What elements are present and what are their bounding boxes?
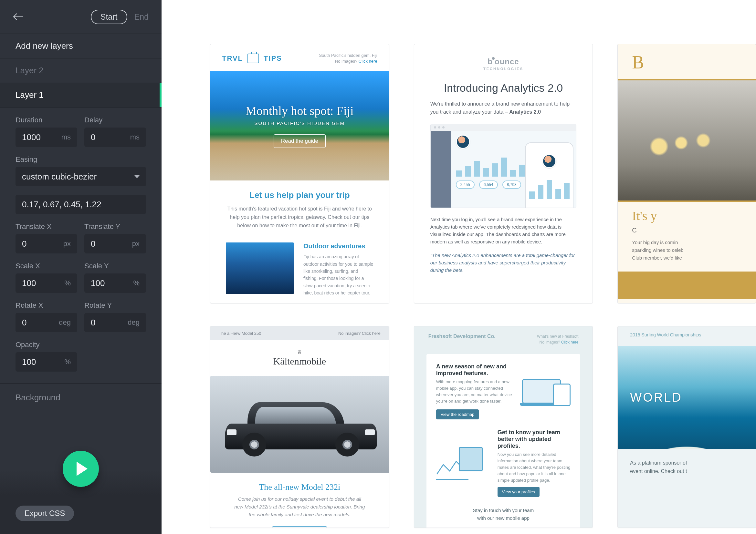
tab-end[interactable]: End — [134, 12, 148, 22]
header-meta: What's new at Freshsoft No images? Click… — [537, 334, 578, 345]
delay-input[interactable]: 0 ms — [84, 128, 146, 147]
features-panel: A new season of new and improved feature… — [426, 354, 580, 528]
header-meta: South Pacific's hidden gem, Fiji No imag… — [319, 53, 377, 64]
freshsoft-brand: Freshsoft Development Co. — [428, 334, 496, 345]
register-button[interactable]: REGISTER NOW — [272, 526, 327, 528]
scaley-label: Scale Y — [84, 262, 146, 270]
unit-ms: ms — [130, 133, 140, 141]
easing-select[interactable]: custom cubic-bezier — [15, 167, 146, 186]
section-heading: Let us help plan your trip — [226, 190, 373, 200]
body-paragraph: As a platinum sponsor of event online. C… — [618, 449, 756, 475]
canvas[interactable]: TRVL TIPS South Pacific's hidden gem, Fi… — [162, 0, 756, 534]
meta-line1: South Pacific's hidden gem, Fiji — [319, 53, 377, 59]
scaley-input[interactable]: 100 % — [84, 273, 146, 293]
export-css-button[interactable]: Export CSS — [15, 506, 74, 521]
kaltenmobile-logo: ♕ Kältenmobile — [210, 349, 389, 367]
template-row-2: The all-new Model 250 No images? Click h… — [210, 326, 756, 528]
keyframe-tabs: Start End — [91, 10, 148, 24]
opacity-input[interactable]: 100 % — [15, 352, 77, 371]
bar-right-link[interactable]: No images? Click here — [338, 331, 381, 336]
hero-cta-button[interactable]: Read the guide — [274, 134, 326, 148]
feature-paragraph: With more mapping features and a new mob… — [436, 379, 513, 405]
unit-px: px — [132, 240, 140, 248]
translatey-value[interactable]: 0 — [91, 239, 132, 249]
opacity-value[interactable]: 100 — [22, 357, 64, 367]
svg-rect-0 — [436, 479, 469, 480]
rotatex-value[interactable]: 0 — [22, 318, 59, 328]
scalex-value[interactable]: 100 — [22, 278, 64, 288]
feature-paragraph: Fiji has an amazing array of outdoor act… — [303, 253, 373, 296]
stat-pill: 6,554 — [479, 181, 498, 189]
template-row-1: TRVL TIPS South Pacific's hidden gem, Fi… — [210, 44, 756, 303]
chevron-down-icon — [134, 175, 140, 178]
unit-pct: % — [133, 279, 140, 287]
profiles-button[interactable]: View your profiles — [498, 487, 540, 497]
delay-value[interactable]: 0 — [91, 132, 130, 142]
translatey-label: Translate Y — [84, 222, 146, 231]
body-paragraph: Next time you log in, you'll see a brand… — [430, 216, 577, 246]
dashboard-mock: 2,455 6,554 8,798 — [430, 124, 577, 208]
suitcase-icon — [248, 54, 259, 63]
rotatey-label: Rotate Y — [84, 301, 146, 310]
layer-item-1[interactable]: Layer 1 — [0, 83, 162, 108]
avatar-icon — [542, 154, 556, 168]
trvl-logo: TRVL TIPS — [222, 54, 282, 63]
unit-deg: deg — [59, 318, 71, 327]
rotatey-value[interactable]: 0 — [91, 318, 128, 328]
translatey-input[interactable]: 0 px — [84, 234, 146, 253]
hero-photo — [618, 79, 756, 202]
layer-item-2[interactable]: Layer 2 — [0, 59, 162, 83]
stat-pill: 2,455 — [456, 181, 474, 189]
template-blair[interactable]: B It's y C Your big day is comin sparkli… — [617, 44, 756, 303]
bounce-subbrand: TECHNOLOGIES — [430, 67, 577, 71]
delay-label: Delay — [84, 116, 146, 124]
body-paragraph: Come join us for our holiday special eve… — [210, 492, 389, 519]
play-button[interactable] — [63, 451, 99, 487]
meta-link[interactable]: Click here — [561, 340, 578, 344]
template-freshsoft[interactable]: Freshsoft Development Co. What's new at … — [414, 326, 593, 528]
hero-title: WORLD — [630, 391, 682, 405]
bounce-logo: bbounceounce TECHNOLOGIES — [430, 57, 577, 71]
scalex-input[interactable]: 100 % — [15, 273, 77, 293]
car-image — [210, 376, 389, 473]
translatex-input[interactable]: 0 px — [15, 234, 77, 253]
easing-label: Easing — [15, 155, 146, 164]
wave-hero: WORLD — [618, 346, 756, 449]
trvl-logo-left: TRVL — [222, 54, 243, 63]
translatex-label: Translate X — [15, 222, 77, 231]
roadmap-button[interactable]: View the roadmap — [436, 409, 479, 420]
add-new-layers[interactable]: Add new layers — [0, 34, 162, 59]
back-button[interactable] — [13, 10, 26, 23]
footer-text: Stay in touch with your team with our ne… — [436, 507, 571, 522]
script-logo: B — [618, 44, 756, 73]
phone-mock — [525, 142, 574, 208]
gold-footer-bar — [618, 271, 756, 299]
bar-chart-icon — [529, 173, 570, 199]
easing-value: custom cubic-bezier — [22, 172, 96, 182]
duration-input[interactable]: 1000 ms — [15, 128, 77, 147]
template-bounce[interactable]: bbounceounce TECHNOLOGIES Introducing An… — [414, 44, 593, 303]
background-section[interactable]: Background — [0, 383, 162, 412]
duration-value[interactable]: 1000 — [22, 132, 61, 142]
bar-left: The all-new Model 250 — [219, 331, 261, 336]
rotatey-input[interactable]: 0 deg — [84, 313, 146, 332]
headline: The all-new Model 232i — [210, 482, 389, 492]
headline: Introducing Analytics 2.0 — [430, 82, 577, 94]
bezier-value[interactable]: 0.17, 0.67, 0.45, 1.22 — [22, 199, 140, 210]
template-surf[interactable]: 2015 Surfing World Championships WORLD A… — [617, 326, 756, 528]
translatex-value[interactable]: 0 — [22, 239, 63, 249]
stat-pill: 8,798 — [502, 181, 521, 189]
scaley-value[interactable]: 100 — [91, 278, 133, 288]
hero-title: Monthly hot spot: Fiji — [246, 104, 354, 118]
template-trvl-tips[interactable]: TRVL TIPS South Pacific's hidden gem, Fi… — [210, 44, 389, 303]
headline: It's y — [618, 208, 756, 223]
sidebar-footer: Export CSS — [0, 470, 162, 534]
template-kaltenmobile[interactable]: The all-new Model 250 No images? Click h… — [210, 326, 389, 528]
tab-start[interactable]: Start — [91, 10, 127, 24]
bezier-input[interactable]: 0.17, 0.67, 0.45, 1.22 — [15, 195, 146, 214]
crown-icon: ♕ — [210, 349, 389, 356]
meta-line2: No images? — [335, 59, 359, 64]
rotatex-input[interactable]: 0 deg — [15, 313, 77, 332]
dot-icon — [492, 57, 495, 60]
meta-link[interactable]: Click here — [359, 59, 377, 64]
